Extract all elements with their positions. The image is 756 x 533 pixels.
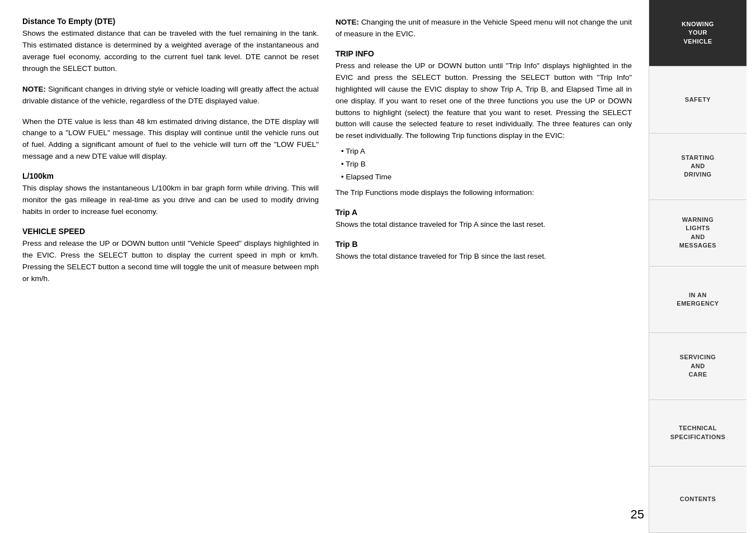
sidebar: KNOWINGYOURVEHICLE SAFETY STARTINGANDDRI… (649, 0, 746, 533)
sidebar-warning-label: WARNINGLIGHTSANDMESSAGES (679, 216, 716, 250)
sidebar-safety-label: SAFETY (685, 96, 711, 104)
sidebar-item-contents[interactable]: CONTENTS (649, 467, 746, 533)
vehicle-speed-section: VEHICLE SPEED Press and release the UP o… (22, 227, 319, 285)
dte-para2-section: When the DTE value is less than 48 km es… (22, 116, 319, 163)
trip-info-after: The Trip Functions mode displays the fol… (336, 187, 632, 199)
dte-para2: When the DTE value is less than 48 km es… (22, 116, 319, 163)
l100km-section: L/100km This display shows the instantan… (22, 172, 319, 218)
left-column: Distance To Empty (DTE) Shows the estima… (22, 17, 319, 294)
sidebar-knowing-label: KNOWINGYOURVEHICLE (682, 20, 714, 46)
sidebar-item-servicing[interactable]: SERVICINGANDCARE (649, 333, 746, 399)
right-column: NOTE: Changing the unit of measure in th… (336, 17, 632, 294)
trip-info-bullets: Trip A Trip B Elapsed Time (341, 145, 632, 184)
trip-b-title: Trip B (336, 240, 632, 249)
dte-note-bold: NOTE: (22, 85, 46, 93)
trip-b-body: Shows the total distance traveled for Tr… (336, 251, 632, 263)
dte-note-section: NOTE: Significant changes in driving sty… (22, 84, 319, 107)
sidebar-item-warning[interactable]: WARNINGLIGHTSANDMESSAGES (649, 200, 746, 266)
trip-info-body: Press and release the UP or DOWN button … (336, 60, 632, 142)
vehicle-speed-title: VEHICLE SPEED (22, 227, 319, 236)
trip-a-body: Shows the total distance traveled for Tr… (336, 219, 632, 231)
trip-a-section: Trip A Shows the total distance traveled… (336, 208, 632, 231)
sidebar-servicing-label: SERVICINGANDCARE (680, 353, 716, 379)
sidebar-item-starting[interactable]: STARTINGANDDRIVING (649, 134, 746, 200)
bullet-trip-a: Trip A (341, 145, 632, 158)
trip-b-section: Trip B Shows the total distance traveled… (336, 240, 632, 263)
l100km-title: L/100km (22, 172, 319, 180)
bullet-trip-b: Trip B (341, 158, 632, 171)
dte-title: Distance To Empty (DTE) (22, 17, 319, 26)
dte-para1: Shows the estimated distance that can be… (22, 28, 319, 75)
trip-info-section: TRIP INFO Press and release the UP or DO… (336, 49, 632, 199)
sidebar-contents-label: CONTENTS (680, 495, 716, 503)
main-content: Distance To Empty (DTE) Shows the estima… (0, 0, 649, 533)
sidebar-item-knowing[interactable]: KNOWINGYOURVEHICLE (649, 0, 746, 66)
trip-a-title: Trip A (336, 208, 632, 217)
dte-note: NOTE: Significant changes in driving sty… (22, 84, 319, 107)
vehicle-speed-body: Press and release the UP or DOWN button … (22, 238, 319, 285)
sidebar-item-technical[interactable]: TECHNICALSPECIFICATIONS (649, 400, 746, 467)
speed-note: NOTE: Changing the unit of measure in th… (336, 17, 632, 40)
sidebar-emergency-label: IN ANEMERGENCY (677, 291, 719, 308)
trip-info-title: TRIP INFO (336, 49, 632, 58)
sidebar-item-safety[interactable]: SAFETY (649, 66, 746, 133)
dte-note-text: Significant changes in driving style or … (22, 85, 319, 105)
page-number: 25 (631, 507, 644, 522)
speed-note-bold: NOTE: (336, 18, 359, 26)
bullet-elapsed-time: Elapsed Time (341, 171, 632, 184)
speed-note-section: NOTE: Changing the unit of measure in th… (336, 17, 632, 40)
dte-section: Distance To Empty (DTE) Shows the estima… (22, 17, 319, 75)
sidebar-technical-label: TECHNICALSPECIFICATIONS (670, 424, 725, 441)
sidebar-starting-label: STARTINGANDDRIVING (681, 154, 714, 179)
sidebar-item-emergency[interactable]: IN ANEMERGENCY (649, 266, 746, 333)
l100km-body: This display shows the instantaneous L/1… (22, 183, 319, 218)
speed-note-text: Changing the unit of measure in the Vehi… (336, 18, 632, 38)
